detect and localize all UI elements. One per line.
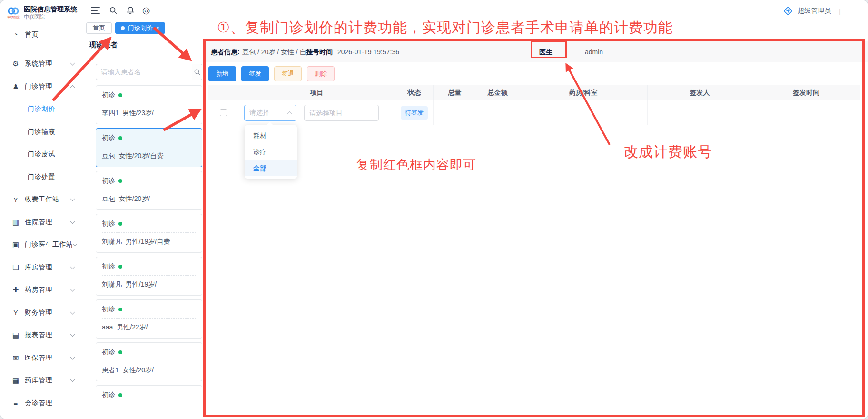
item-type-select[interactable]: 请选择 xyxy=(244,105,296,121)
patient-card[interactable]: 初诊 豆包 女性/20岁/ xyxy=(96,171,202,210)
dropdown-option-consumables[interactable]: 耗材 xyxy=(245,128,297,144)
search-icon[interactable] xyxy=(109,6,118,16)
user-area[interactable]: 超级管理员 | xyxy=(783,0,841,21)
sidebar-item-consultation[interactable]: ≡ 会诊管理 xyxy=(0,392,82,415)
chevron-down-icon xyxy=(70,219,75,224)
collapse-menu-icon[interactable] xyxy=(91,7,100,14)
about-icon[interactable]: ◎ xyxy=(142,5,150,16)
sidebar-item-outpatient-pricing[interactable]: 门诊划价 xyxy=(0,98,82,121)
user-icon: ♟ xyxy=(11,82,20,91)
chevron-down-icon xyxy=(70,264,75,269)
doctor-value: admin xyxy=(585,41,603,62)
grid-icon: ▦ xyxy=(11,376,20,385)
column-item: 项目 xyxy=(238,85,395,100)
sidebar-item-finance[interactable]: ¥ 财务管理 xyxy=(0,301,82,324)
sidebar-item-outpatient[interactable]: ♟ 门诊管理 xyxy=(0,75,82,98)
sidebar-nav: ◔ 首页 ⚙ 系统管理 ♟ 门诊管理 门诊划价 门诊输液 门诊皮试 xyxy=(0,22,82,419)
sidebar-item-medical-insurance[interactable]: ✉ 医保管理 xyxy=(0,347,82,369)
chevron-up-icon xyxy=(70,85,75,90)
bell-icon[interactable] xyxy=(126,6,136,16)
add-button[interactable]: 新增 xyxy=(208,66,236,81)
status-dot xyxy=(118,179,122,183)
patient-card[interactable]: 初诊 xyxy=(96,385,202,419)
sidebar-item-outpatient-infusion[interactable]: 门诊输液 xyxy=(0,120,82,143)
chevron-down-icon xyxy=(70,332,75,337)
logo-block: 中联医院 医院信息管理系统 中联医院 xyxy=(0,0,82,22)
status-dot xyxy=(118,308,122,311)
app-window: 中联医院 医院信息管理系统 中联医院 ◔ 首页 ⚙ 系统管理 ♟ 门诊管理 xyxy=(0,0,868,419)
patient-search-input[interactable] xyxy=(96,64,192,80)
patient-card[interactable]: 初诊 患者1 女性/20岁/ xyxy=(96,342,202,381)
mail-icon: ✉ xyxy=(11,354,20,362)
tab-outpatient-pricing[interactable]: 门诊划价 × xyxy=(115,22,165,34)
patient-card[interactable]: 初诊 刘潇凡 男性/19岁/ xyxy=(96,257,202,296)
row-checkbox[interactable] xyxy=(220,109,227,116)
status-dot xyxy=(118,265,122,269)
sidebar-item-doctor-station[interactable]: ▣ 门诊医生工作站 xyxy=(0,234,82,257)
patient-card[interactable]: 初诊 李四1 男性/23岁/ xyxy=(96,85,202,124)
report-icon: ▤ xyxy=(11,331,20,339)
column-issue-time: 签发时间 xyxy=(752,85,860,100)
registration-time-value: 2026-01-19 19:57:36 xyxy=(337,41,399,62)
active-tab-dot xyxy=(121,26,125,30)
sidebar-item-outpatient-skin-test[interactable]: 门诊皮试 xyxy=(0,143,82,166)
status-dot xyxy=(118,136,122,140)
bar-chart-icon: ▥ xyxy=(11,218,20,227)
items-table: 项目 状态 总量 总金额 药房/科室 签发人 签发时间 请选择 待签发 xyxy=(208,85,860,125)
revoke-button[interactable]: 签退 xyxy=(274,66,302,81)
chevron-down-icon xyxy=(72,242,77,247)
status-badge: 待签发 xyxy=(401,106,428,120)
sidebar-item-inpatient[interactable]: ▥ 住院管理 xyxy=(0,211,82,234)
column-total-qty: 总量 xyxy=(434,85,476,100)
patient-card[interactable]: 初诊 刘潇凡 男性/19岁/自费 xyxy=(96,214,202,253)
cross-icon: ✚ xyxy=(11,286,20,294)
hospital-logo-icon: 中联医院 xyxy=(6,7,20,19)
search-button[interactable] xyxy=(192,64,202,80)
patient-card-selected[interactable]: 初诊 豆包 女性/20岁/自费 xyxy=(96,128,202,167)
patient-info-bar: 患者信息: 豆包 / 20岁 / 女性 / 自费 挂号时间 2026-01-19… xyxy=(206,41,868,62)
sidebar-item-warehouse[interactable]: ❏ 库房管理 xyxy=(0,256,82,279)
item-search-input[interactable] xyxy=(304,105,379,121)
monitor-icon: ▣ xyxy=(11,240,20,249)
sidebar-item-drug-storage[interactable]: ▦ 药库管理 xyxy=(0,369,82,392)
patient-list: 初诊 李四1 男性/23岁/ 初诊 豆包 女性/20岁/自费 初诊 豆包 女性/… xyxy=(96,85,202,419)
sidebar-item-maintenance[interactable]: ▣ 维护系统 xyxy=(0,415,82,419)
list-icon: ≡ xyxy=(11,399,20,407)
column-pharmacy-dept: 药房/科室 xyxy=(519,85,648,100)
gear-icon: ⚙ xyxy=(11,60,20,68)
user-role-label: 超级管理员 xyxy=(798,7,831,15)
sidebar: 中联医院 医院信息管理系统 中联医院 ◔ 首页 ⚙ 系统管理 ♟ 门诊管理 xyxy=(0,0,82,419)
item-type-dropdown: 耗材 诊疗 全部 xyxy=(245,125,297,179)
document-icon: ❏ xyxy=(11,263,20,272)
app-subtitle: 中联医院 xyxy=(24,13,77,20)
column-status: 状态 xyxy=(395,85,434,100)
delete-button[interactable]: 删除 xyxy=(307,66,335,81)
chevron-up-icon xyxy=(287,111,292,116)
dropdown-option-treatment[interactable]: 诊疗 xyxy=(245,144,297,160)
chevron-down-icon xyxy=(70,61,75,66)
medical-cross-icon xyxy=(783,6,793,16)
close-icon[interactable]: × xyxy=(156,25,159,31)
sidebar-item-system[interactable]: ⚙ 系统管理 xyxy=(0,53,82,76)
chevron-down-icon xyxy=(70,287,75,292)
tab-bar: 首页 门诊划价 × xyxy=(82,21,868,35)
issue-button[interactable]: 签发 xyxy=(241,66,269,81)
dropdown-option-all[interactable]: 全部 xyxy=(245,160,297,176)
dashboard-icon: ◔ xyxy=(11,30,20,39)
status-dot xyxy=(118,93,122,97)
logo-wordmark: 中联医院 xyxy=(7,15,19,18)
tab-home[interactable]: 首页 xyxy=(86,22,112,34)
patient-info-label: 患者信息: xyxy=(211,41,240,62)
patient-panel: 现诊患者 初诊 李四1 男性/23岁/ 初诊 豆包 女性/20岁/自费 初诊 豆… xyxy=(82,35,206,419)
sidebar-item-home[interactable]: ◔ 首页 xyxy=(0,23,82,46)
patient-card[interactable]: 初诊 aaa 男性/22岁/ xyxy=(96,299,202,339)
sidebar-item-outpatient-treatment[interactable]: 门诊处置 xyxy=(0,166,82,189)
sidebar-item-charging-station[interactable]: ¥ 收费工作站 xyxy=(0,189,82,211)
search-icon xyxy=(194,69,201,76)
status-dot xyxy=(118,350,122,354)
header-divider: | xyxy=(839,7,841,15)
patient-panel-title: 现诊患者 xyxy=(82,35,206,54)
sidebar-item-reports[interactable]: ▤ 报表管理 xyxy=(0,324,82,347)
sidebar-item-pharmacy[interactable]: ✚ 药房管理 xyxy=(0,279,82,302)
main-content: 患者信息: 豆包 / 20岁 / 女性 / 自费 挂号时间 2026-01-19… xyxy=(206,35,868,419)
